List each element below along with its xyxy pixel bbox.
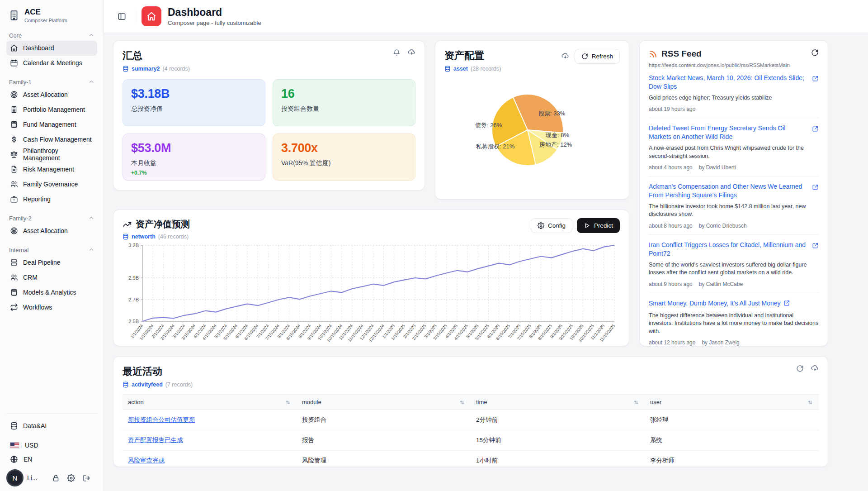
sidebar-item-crm[interactable]: CRM [6,270,97,285]
sidebar-item-label: Philanthropy Management [23,147,94,162]
svg-text:2.9B: 2.9B [128,275,139,281]
external-icon [812,242,819,249]
sidebar-item-dashboard[interactable]: Dashboard [6,41,97,56]
forecast-datasource[interactable]: networth [132,234,156,240]
sidebar-section-family-2[interactable]: Family-2 [6,213,97,224]
external-link-icon[interactable] [812,242,819,287]
logout-icon[interactable] [83,474,90,482]
sidebar-item-portfolio-management[interactable]: Portfolio Management [6,102,97,117]
sidebar-item-label: Risk Management [23,166,74,173]
sidebar-item-label: CRM [23,274,38,281]
rss-item-title[interactable]: Smart Money, Dumb Money, It's All Just M… [649,299,819,309]
activity-action-link[interactable]: 新投资组合公司估值更新 [128,416,195,423]
database-icon [10,422,18,430]
summary-card-title: 汇总 [123,49,190,62]
sidebar-item-data-ai[interactable]: Data&AI [6,418,97,433]
rss-item-meta: about 8 hours agoby Corrie Driebusch [649,223,807,229]
rss-card: RSS Feed https://feeds.content.dowjones.… [639,40,828,346]
stat-tile: 16 投资组合数量 [273,79,415,126]
rss-item-list: Stock Market News, March 10, 2026: Oil E… [649,68,819,346]
sidebar-item-calendar-meetings[interactable]: Calendar & Meetings [6,56,97,71]
stat-tile: $53.0M 本月收益+0.7% [123,133,265,181]
rss-item-title[interactable]: Iran Conflict Triggers Losses for Citade… [649,241,807,258]
gear-icon [538,222,544,229]
table-row: 资产配置报告已生成 报告 15分钟前 系统 [123,430,819,451]
external-link-icon[interactable] [783,300,790,309]
chevron-up-icon [88,247,94,253]
sidebar-section-internal[interactable]: Internal [6,245,97,255]
sidebar-item-asset-allocation[interactable]: Asset Allocation [6,224,97,238]
gear-icon[interactable] [67,474,75,482]
config-button[interactable]: Config [531,218,572,233]
rss-item-title[interactable]: Ackman's Compensation and Other News We … [649,182,807,200]
column-header-user[interactable]: user [645,395,819,410]
language-selector[interactable]: EN [6,452,97,467]
us-flag-icon [10,442,19,448]
column-header-action[interactable]: action [123,395,297,410]
sidebar-item-fund-management[interactable]: Fund Management [6,117,97,132]
bell-icon[interactable] [393,49,401,57]
app-title: ACE [24,8,67,17]
sidebar-item-deal-pipeline[interactable]: Deal Pipeline [6,255,97,270]
sidebar-item-reporting[interactable]: Reporting [6,192,97,207]
avatar-initial: N [13,474,18,482]
refresh-icon[interactable] [811,49,819,57]
external-link-icon[interactable] [812,125,819,171]
external-link-icon[interactable] [812,75,819,112]
activity-card-title: 最近活动 [123,365,193,378]
currency-selector[interactable]: USD [6,439,97,452]
column-header-time[interactable]: time [471,395,645,410]
activity-record-count: (7 records) [165,381,193,388]
sidebar-item-cash-flow-management[interactable]: Cash Flow Management [6,132,97,147]
pie-slice-label: 股票: 33% [538,110,565,118]
rss-item-title[interactable]: Deleted Tweet From Energy Secretary Send… [649,124,807,141]
activity-module-cell: 报告 [297,430,471,451]
summary-datasource[interactable]: summary2 [132,66,160,72]
sidebar-item-label: Cash Flow Management [23,136,92,143]
networth-line-chart: 2.5B2.7B2.9B3.2B 1/1/20241/15/20242/1/20… [123,242,620,351]
avatar[interactable]: N [6,469,24,486]
activity-action-link[interactable]: 风险审查完成 [128,457,165,464]
sidebar-item-workflows[interactable]: Workflows [6,300,97,315]
sidebar-item-philanthropy-management[interactable]: Philanthropy Management [6,147,97,162]
rss-feed-url: https://feeds.content.dowjones.io/public… [649,62,819,68]
rss-item-title[interactable]: Stock Market News, March 10, 2026: Oil E… [649,74,807,91]
panel-icon [118,12,126,21]
activity-table: actionmoduletimeuser 新投资组合公司估值更新 投资组合 2分… [123,394,819,467]
chevron-up-icon [88,215,94,221]
forecast-record-count: (46 records) [158,234,189,240]
sidebar-item-asset-allocation[interactable]: Asset Allocation [6,87,97,102]
config-button-label: Config [548,222,566,229]
sidebar-item-label: Asset Allocation [23,91,68,98]
database-icon [123,66,129,72]
sort-icon [459,399,465,405]
cloud-download-icon[interactable] [408,49,415,57]
stat-label: 投资组合数量 [281,105,407,113]
home-icon [146,11,156,21]
refresh-icon[interactable] [796,365,804,372]
sort-icon [807,399,813,405]
sidebar-item-family-governance[interactable]: Family Governance [6,177,97,192]
lock-icon[interactable] [52,474,60,482]
users-icon [10,273,18,281]
activity-action-link[interactable]: 资产配置报告已生成 [128,437,183,443]
rss-item-meta: about 19 hours ago [649,106,807,112]
predict-button[interactable]: Predict [577,218,620,233]
sidebar-section-family-1[interactable]: Family-1 [6,77,97,87]
user-name: Li... [27,474,44,481]
currency-label: USD [25,442,38,449]
scales-icon [10,150,18,158]
external-link-icon[interactable] [812,184,819,229]
cloud-download-icon[interactable] [811,365,819,372]
rss-item-description: A now-erased post from Chris Wright whip… [649,144,807,160]
sidebar-item-models-analytics[interactable]: Models & Analytics [6,285,97,300]
activity-time-cell: 2分钟前 [471,410,645,430]
section-label: Family-1 [9,79,32,86]
sidebar-item-label: Family Governance [23,181,78,188]
sidebar-section-core[interactable]: Core [6,30,97,41]
rss-item-meta: about 4 hours agoby David Uberti [649,164,807,171]
sidebar-item-risk-management[interactable]: Risk Management [6,162,97,177]
column-header-module[interactable]: module [297,395,471,410]
activity-datasource[interactable]: activityfeed [132,381,163,388]
sidebar-toggle-button[interactable] [115,10,128,23]
